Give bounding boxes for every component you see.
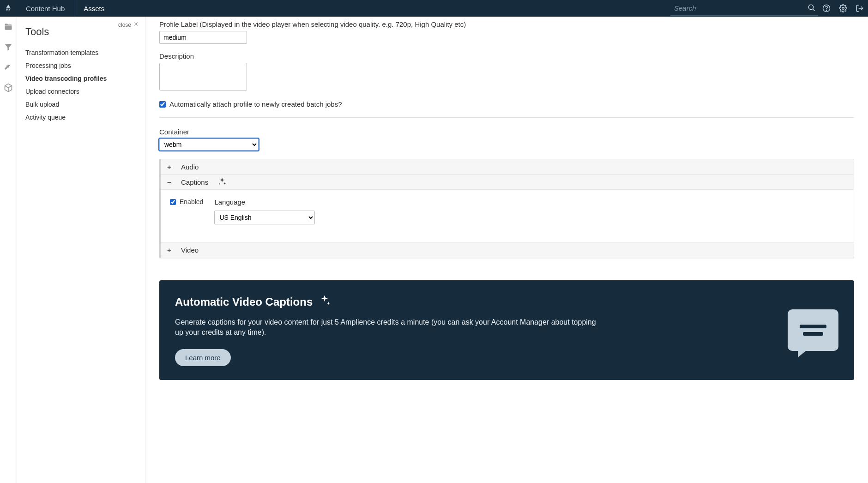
gear-icon[interactable]: [835, 0, 851, 17]
promo-card: Automatic Video Captions Generate captio…: [159, 280, 854, 380]
package-icon[interactable]: [4, 83, 13, 92]
accordion-captions-header[interactable]: − Captions: [161, 175, 854, 190]
captions-enabled-label: Enabled: [180, 198, 203, 205]
promo-title: Automatic Video Captions: [175, 296, 313, 308]
sidebar-item-upload-connectors[interactable]: Upload connectors: [25, 85, 137, 98]
profile-label-input[interactable]: [159, 31, 247, 44]
settings-accordion: + Audio − Captions Enabled Language: [159, 159, 854, 258]
description-label: Description: [159, 52, 854, 60]
learn-more-button[interactable]: Learn more: [175, 349, 231, 366]
accordion-video-header[interactable]: + Video: [161, 242, 854, 258]
captions-label: Captions: [181, 178, 208, 186]
captions-illustration: [788, 309, 838, 351]
folders-icon[interactable]: [4, 22, 13, 31]
captions-body: Enabled Language US English: [161, 190, 854, 242]
audio-label: Audio: [181, 163, 199, 171]
search-icon[interactable]: [805, 1, 818, 14]
svg-point-4: [842, 7, 844, 10]
language-select[interactable]: US English: [214, 211, 315, 224]
search-box: [670, 0, 818, 16]
accordion-audio-header[interactable]: + Audio: [161, 159, 854, 175]
profile-label-label: Profile Label (Displayed in the video pl…: [159, 20, 854, 28]
topbar: Content Hub Assets: [0, 0, 868, 17]
search-input[interactable]: [670, 4, 805, 12]
tools-icon[interactable]: [4, 63, 13, 72]
filter-icon[interactable]: [4, 42, 13, 52]
left-rail: [0, 17, 17, 483]
sidebar-item-bulk-upload[interactable]: Bulk upload: [25, 98, 137, 111]
close-panel-button[interactable]: close: [118, 21, 139, 28]
svg-point-3: [826, 10, 826, 11]
side-panel: close Tools Transformation templatesProc…: [17, 17, 145, 483]
plus-icon: +: [167, 163, 174, 171]
tab-assets[interactable]: Assets: [74, 0, 114, 17]
description-input[interactable]: [159, 63, 247, 91]
sparkle-icon: [217, 177, 227, 187]
app-logo[interactable]: [0, 0, 17, 17]
logout-icon[interactable]: [851, 0, 868, 17]
sidebar-item-processing-jobs[interactable]: Processing jobs: [25, 59, 137, 72]
plus-icon: +: [167, 246, 174, 254]
container-select[interactable]: webm: [159, 139, 259, 151]
video-label: Video: [181, 246, 199, 254]
promo-body: Generate captions for your video content…: [175, 317, 600, 338]
auto-attach-label: Automatically attach profile to newly cr…: [169, 100, 342, 108]
sidebar-item-transformation-templates[interactable]: Transformation templates: [25, 46, 137, 59]
brand-label[interactable]: Content Hub: [17, 0, 74, 17]
sparkle-icon: [318, 294, 331, 310]
container-label: Container: [159, 128, 854, 136]
close-icon: [133, 21, 139, 28]
svg-line-1: [813, 9, 815, 11]
svg-point-0: [808, 5, 814, 10]
captions-enabled-checkbox[interactable]: [170, 199, 176, 205]
sidebar-item-video-transcoding-profiles[interactable]: Video transcoding profiles: [25, 72, 137, 85]
auto-attach-checkbox[interactable]: [159, 101, 166, 108]
close-label: close: [118, 22, 131, 28]
sidebar-item-activity-queue[interactable]: Activity queue: [25, 111, 137, 124]
main-content: Profile Label (Displayed in the video pl…: [145, 17, 868, 483]
help-icon[interactable]: [818, 0, 835, 17]
minus-icon: −: [167, 178, 174, 186]
language-label: Language: [214, 198, 315, 206]
